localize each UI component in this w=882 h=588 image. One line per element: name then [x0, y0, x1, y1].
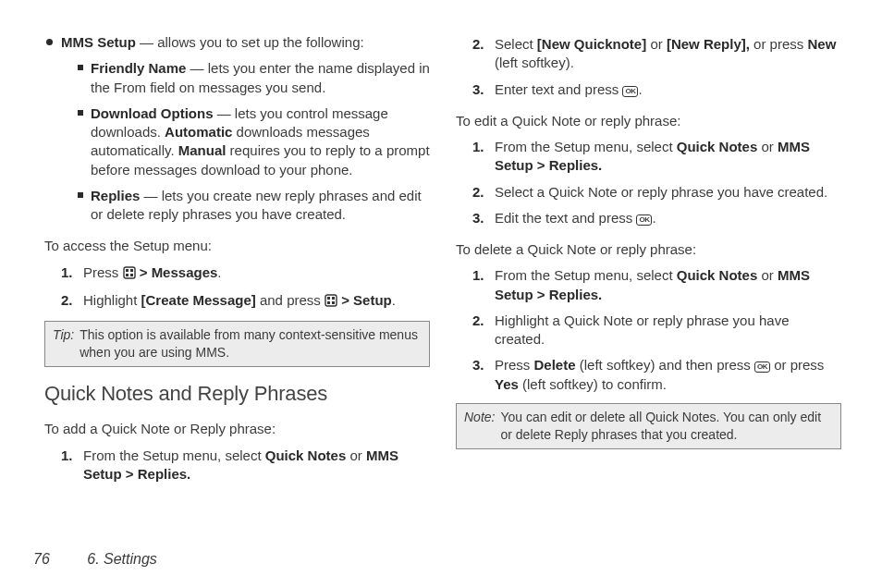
text: . — [652, 210, 655, 226]
text: and press — [256, 292, 325, 308]
steps-edit-quicknote: 1. From the Setup menu, select Quick Not… — [456, 138, 841, 227]
tip-box: Tip: This option is available from many … — [44, 321, 430, 367]
note-label: Note: — [464, 409, 495, 444]
label: [Create Message] — [141, 292, 256, 308]
tip-label: Tip: — [53, 326, 74, 361]
step-1: 1. Press > Messages. — [65, 263, 430, 284]
note-text: You can edit or delete all Quick Notes. … — [500, 409, 833, 444]
bullet-download-options: Download Options — lets you control mess… — [78, 104, 430, 179]
step-3: 3. Edit the text and press OK. — [476, 209, 841, 227]
step-1: 1. From the Setup menu, select Quick Not… — [65, 447, 430, 484]
intro-edit-quicknote: To edit a Quick Note or reply phrase: — [456, 112, 841, 130]
svg-rect-4 — [130, 274, 133, 276]
column-right: 2. Select [New Quicknote] or [New Reply]… — [456, 33, 841, 484]
text: Select a Quick Note or reply phrase you … — [495, 184, 827, 200]
page-number: 76 — [33, 551, 50, 567]
text: . — [392, 292, 396, 308]
text: Press — [83, 264, 123, 280]
bullet-mms-setup: MMS Setup — allows you to set up the fol… — [44, 33, 430, 224]
label-manual: Manual — [178, 142, 227, 158]
step-3: 3. Enter text and press OK. — [476, 80, 841, 99]
label: Quick Notes — [677, 139, 758, 154]
menu-key-icon — [123, 265, 136, 284]
text: — allows you to set up the following: — [136, 34, 364, 50]
tip-text: This option is available from many conte… — [80, 326, 422, 361]
steps-add-continued: 2. Select [New Quicknote] or [New Reply]… — [456, 35, 841, 99]
svg-rect-6 — [327, 297, 330, 300]
label: Replies — [91, 188, 140, 203]
text: or press — [750, 36, 808, 52]
ok-key-icon: OK — [636, 214, 652, 226]
heading-quick-notes: Quick Notes and Reply Phrases — [44, 380, 430, 408]
step-2: 2. Highlight [Create Message] and press … — [65, 291, 430, 312]
label: Delete — [534, 357, 576, 373]
menu-key-icon — [325, 293, 337, 312]
text: Select — [495, 36, 537, 52]
steps-access-setup: 1. Press > Messages. 2. Highlight [Creat… — [44, 263, 430, 312]
text: — lets you create new reply phrases and … — [91, 188, 422, 222]
step-2: 2. Highlight a Quick Note or reply phras… — [476, 312, 841, 349]
column-left: MMS Setup — allows you to set up the fol… — [44, 33, 430, 484]
label: Setup — [353, 292, 392, 308]
text: or — [346, 447, 366, 463]
step-1: 1. From the Setup menu, select Quick Not… — [476, 138, 841, 176]
text: From the Setup menu, select — [83, 447, 265, 463]
steps-add-quicknote: 1. From the Setup menu, select Quick Not… — [44, 447, 430, 484]
text: . — [638, 81, 642, 97]
text: Highlight a Quick Note or reply phrase y… — [495, 312, 790, 347]
svg-rect-5 — [325, 295, 337, 306]
label: Quick Notes — [265, 447, 347, 463]
text: Press — [495, 357, 534, 373]
text: Enter text and press — [495, 81, 622, 97]
sep: > — [136, 264, 152, 280]
intro-access-setup: To access the Setup menu: — [44, 237, 430, 255]
text: or press — [770, 357, 824, 373]
label-automatic: Automatic — [165, 124, 232, 140]
sep: > — [337, 292, 353, 308]
label: New — [807, 36, 836, 52]
text: or — [757, 139, 778, 154]
ok-key-icon: OK — [622, 86, 638, 97]
page-footer: 76 6. Settings — [33, 549, 157, 570]
page-columns: MMS Setup — allows you to set up the fol… — [0, 0, 882, 484]
sub-bullet-list: Friendly Name — lets you enter the name … — [61, 59, 430, 224]
text: From the Setup menu, select — [495, 139, 677, 154]
bullet-replies: Replies — lets you create new reply phra… — [78, 187, 430, 225]
label: Friendly Name — [91, 60, 186, 76]
svg-rect-8 — [327, 301, 330, 304]
text: or — [757, 267, 778, 283]
intro-delete-quicknote: To delete a Quick Note or reply phrase: — [456, 240, 841, 259]
label: Yes — [495, 376, 519, 392]
svg-rect-3 — [126, 274, 129, 276]
section-title: 6. Settings — [87, 551, 157, 567]
svg-rect-1 — [126, 269, 129, 272]
svg-rect-2 — [130, 269, 133, 272]
label: [New Reply], — [667, 36, 750, 52]
text: . — [217, 264, 221, 280]
steps-delete-quicknote: 1. From the Setup menu, select Quick Not… — [456, 266, 841, 394]
step-1: 1. From the Setup menu, select Quick Not… — [476, 266, 841, 304]
svg-rect-7 — [332, 297, 335, 300]
label: Quick Notes — [677, 267, 758, 283]
label: [New Quicknote] — [537, 36, 646, 52]
step-2: 2. Select [New Quicknote] or [New Reply]… — [476, 35, 841, 73]
ok-key-icon: OK — [754, 361, 770, 373]
label-mms-setup: MMS Setup — [61, 34, 136, 50]
text: From the Setup menu, select — [495, 267, 677, 283]
bullet-friendly-name: Friendly Name — lets you enter the name … — [78, 59, 430, 97]
step-2: 2. Select a Quick Note or reply phrase y… — [476, 183, 841, 202]
label: Download Options — [91, 105, 214, 121]
text: or — [646, 36, 667, 52]
note-box: Note: You can edit or delete all Quick N… — [456, 403, 841, 449]
text: (left softkey) to confirm. — [519, 376, 667, 392]
text: (left softkey) and then press — [576, 357, 754, 373]
intro-add-quicknote: To add a Quick Note or Reply phrase: — [44, 420, 430, 438]
label: Messages — [152, 264, 218, 280]
text: (left softkey). — [495, 55, 574, 70]
step-3: 3. Press Delete (left softkey) and then … — [476, 356, 841, 394]
text: Edit the text and press — [495, 210, 636, 226]
svg-rect-9 — [332, 301, 335, 304]
text: Highlight — [83, 292, 141, 308]
svg-rect-0 — [124, 267, 135, 278]
